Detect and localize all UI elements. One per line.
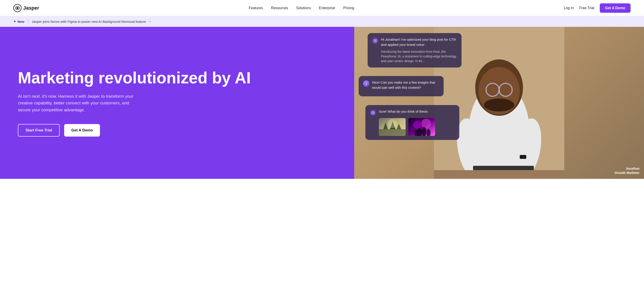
login-link[interactable]: Log In [564,6,574,10]
announcement-bar: ✦ New Jasper joins forces with Figma to … [0,16,644,27]
announcement-message: Jasper joins forces with Figma to power … [32,20,146,24]
person-silhouette [354,27,644,179]
announcement-text: Jasper joins forces with Figma to power … [32,20,152,24]
nav-features[interactable]: Features [249,6,263,10]
photo-role: Growth Marketer [615,171,640,174]
svg-rect-14 [434,170,564,179]
main-nav: Features Resources Solutions Enterprise … [249,6,354,10]
hero-buttons: Start Free Trial Get A Demo [18,124,341,136]
free-trial-link[interactable]: Free Trial [579,6,594,10]
svg-point-11 [484,98,514,112]
new-badge: ✦ New [14,20,24,24]
svg-point-1 [16,7,18,9]
hero-title: Marketing revolutionized by AI [18,69,341,87]
hero-photo: Jonathan Growth Marketer [354,27,644,179]
hero-subtitle: AI isn't next, it's now. Harness it with… [18,93,134,113]
nav-resources[interactable]: Resources [271,6,288,10]
announcement-arrow[interactable]: → [148,20,152,24]
get-demo-nav-button[interactable]: Get A Demo [600,3,630,13]
nav-pricing[interactable]: Pricing [343,6,354,10]
photo-label: Jonathan Growth Marketer [615,166,640,175]
jasper-logo-icon [14,4,22,12]
nav-solutions[interactable]: Solutions [296,6,311,10]
nav-enterprise[interactable]: Enterprise [319,6,335,10]
logo[interactable]: Jasper [14,4,39,12]
navbar: Jasper Features Resources Solutions Ente… [0,0,644,16]
hero-left: Marketing revolutionized by AI AI isn't … [0,27,354,179]
hero-section: Marketing revolutionized by AI AI isn't … [0,27,644,179]
announcement-divider [28,19,28,24]
hero-right: Jonathan Growth Marketer Hi Jonathan! I'… [354,27,644,179]
navbar-actions: Log In Free Trial Get A Demo [564,3,630,13]
svg-rect-13 [473,166,534,170]
sparkle-icon: ✦ [14,20,16,23]
get-demo-hero-button[interactable]: Get A Demo [64,124,100,136]
photo-name: Jonathan [626,167,640,170]
new-badge-label: New [18,20,24,24]
start-free-trial-button[interactable]: Start Free Trial [18,124,60,136]
logo-text: Jasper [23,5,39,11]
svg-rect-12 [520,155,526,159]
